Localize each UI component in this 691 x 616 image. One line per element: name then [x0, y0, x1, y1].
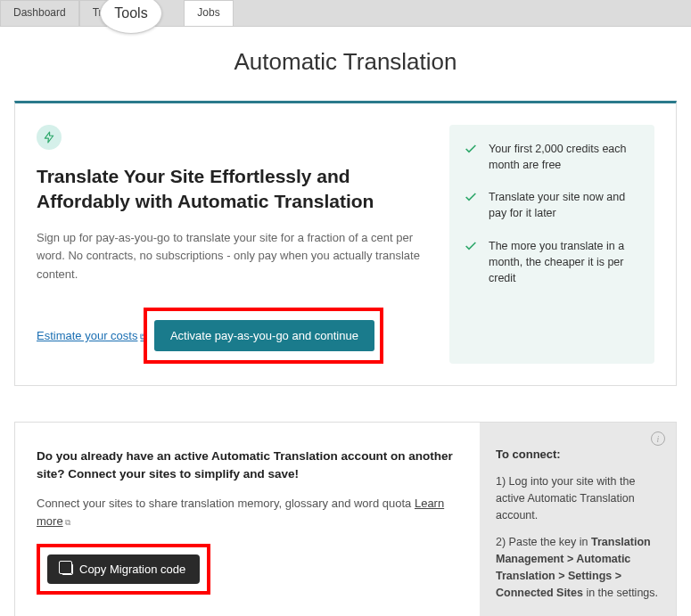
estimate-costs-link[interactable]: Estimate your costs⧉ [37, 329, 146, 342]
benefit-item: Your first 2,000 credits each month are … [464, 141, 640, 173]
page-title: Automatic Translation [0, 27, 691, 101]
benefit-item: Translate your site now and pay for it l… [464, 189, 640, 221]
activate-button[interactable]: Activate pay-as-you-go and continue [154, 320, 374, 351]
external-link-icon: ⧉ [65, 518, 70, 527]
benefit-item: The more you translate in a month, the c… [464, 238, 640, 286]
tab-bar: Dashboard Transla Jobs Tools [0, 0, 691, 27]
benefit-text: The more you translate in a month, the c… [489, 238, 640, 286]
connect-title: To connect: [496, 448, 660, 461]
migration-section: Do you already have an active Automatic … [14, 422, 677, 616]
check-icon [464, 239, 478, 253]
migration-description: Connect your sites to share translation … [37, 495, 458, 530]
check-icon [464, 190, 478, 204]
connect-step-1: 1) Log into your site with the active Au… [496, 473, 660, 523]
benefit-text: Translate your site now and pay for it l… [489, 189, 640, 221]
card-description: Sign up for pay-as-you-go to translate y… [37, 229, 432, 284]
copy-icon [62, 563, 73, 575]
highlight-copy: Copy Migration code [37, 544, 210, 595]
benefits-panel: Your first 2,000 credits each month are … [449, 125, 654, 364]
info-icon[interactable]: i [651, 431, 665, 446]
card-heading: Translate Your Site Effortlessly and Aff… [37, 164, 432, 215]
lightning-icon [37, 125, 62, 150]
tab-jobs[interactable]: Jobs [184, 0, 233, 26]
copy-migration-code-button[interactable]: Copy Migration code [47, 554, 200, 584]
highlight-activate: Activate pay-as-you-go and continue [144, 308, 383, 364]
migration-heading: Do you already have an active Automatic … [37, 448, 458, 482]
check-icon [464, 142, 478, 156]
promo-card: Translate Your Site Effortlessly and Aff… [14, 101, 677, 386]
connect-step-2: 2) Paste the key in Translation Manageme… [496, 534, 660, 601]
benefit-text: Your first 2,000 credits each month are … [489, 141, 640, 173]
tab-dashboard[interactable]: Dashboard [0, 0, 79, 26]
